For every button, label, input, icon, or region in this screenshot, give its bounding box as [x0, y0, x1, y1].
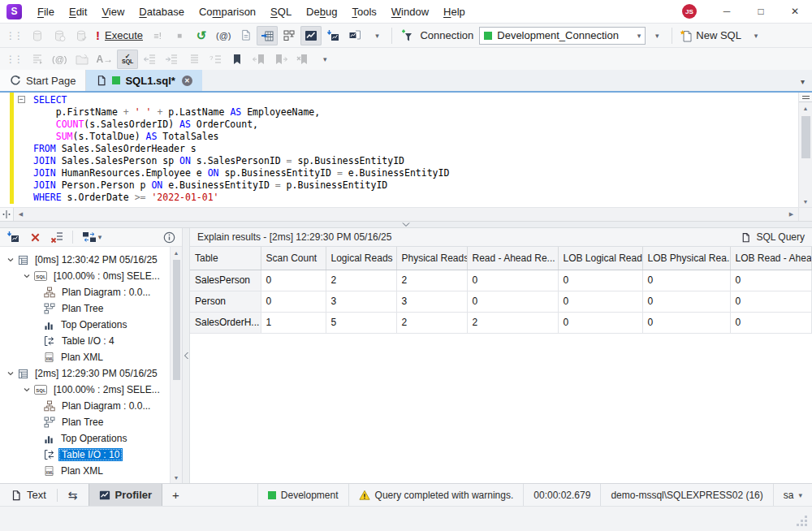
- scroll-down-icon[interactable]: ▼: [799, 196, 812, 207]
- database-edit-button[interactable]: [27, 26, 48, 45]
- info-button[interactable]: [159, 229, 179, 245]
- execute-button[interactable]: !Execute: [93, 26, 146, 45]
- clear-results-button[interactable]: [47, 229, 67, 245]
- expander-icon[interactable]: [23, 272, 31, 280]
- column-header[interactable]: Scan Count: [261, 247, 326, 270]
- tree-item-plan-xml[interactable]: XMLPlan XML: [0, 349, 170, 365]
- tree-scroll-up-icon[interactable]: ▲: [171, 247, 182, 258]
- profiler-query-node[interactable]: SQL[100.00% : 2ms] SELE...: [0, 382, 170, 398]
- grid-cell[interactable]: 0: [467, 270, 558, 291]
- tab-text[interactable]: Text: [0, 484, 57, 506]
- split-editor-handle[interactable]: [799, 93, 812, 102]
- row-header-cell[interactable]: Person: [190, 291, 261, 312]
- grid-cell[interactable]: 3: [396, 291, 467, 312]
- tree-scroll-down-icon[interactable]: ▼: [171, 472, 182, 483]
- format-document-button[interactable]: [27, 50, 48, 69]
- compare-plans-button[interactable]: ▾: [79, 229, 105, 245]
- tree-item-table-io[interactable]: Table I/O : 4: [0, 333, 170, 349]
- column-header[interactable]: LOB Logical Reads: [558, 247, 642, 270]
- grid-cell[interactable]: 0: [642, 312, 730, 333]
- menu-database[interactable]: Database: [132, 2, 192, 22]
- grid-cell[interactable]: 0: [467, 291, 558, 312]
- query-plan-button[interactable]: [279, 26, 300, 45]
- add-result-tab-button[interactable]: +: [162, 488, 189, 502]
- query-profiler-button[interactable]: [300, 26, 322, 45]
- grid-cell[interactable]: 0: [730, 270, 812, 291]
- column-header[interactable]: Logical Reads: [326, 247, 396, 270]
- grid-cell[interactable]: 2: [396, 312, 467, 333]
- code-line[interactable]: JOIN Person.Person p ON e.BusinessEntity…: [33, 179, 798, 192]
- profiler-session-node[interactable]: [0ms] 12:30:42 PM 05/16/25: [0, 252, 170, 268]
- code-line[interactable]: JOIN Sales.SalesPerson sp ON s.SalesPers…: [33, 155, 798, 167]
- menu-view[interactable]: View: [94, 2, 132, 22]
- maximize-button[interactable]: □: [744, 0, 778, 23]
- column-header[interactable]: Physical Reads: [396, 247, 467, 270]
- editor-vertical-scrollbar[interactable]: ▲ ▼: [798, 93, 812, 207]
- tab-profiler[interactable]: Profiler: [89, 484, 163, 506]
- menu-tools[interactable]: Tools: [344, 2, 383, 22]
- scroll-up-icon[interactable]: ▲: [799, 102, 812, 114]
- grid-cell[interactable]: 5: [326, 312, 396, 333]
- vertical-splitter[interactable]: [182, 228, 190, 483]
- execute-options-chevron[interactable]: ▾: [366, 26, 387, 45]
- tab-start-page[interactable]: Start Page: [0, 70, 86, 91]
- tree-scroll-thumb[interactable]: [173, 260, 180, 380]
- grid-cell[interactable]: 0: [261, 291, 326, 312]
- column-header[interactable]: Read - Ahead Re...: [467, 247, 558, 270]
- status-user-dropdown[interactable]: sa ▾: [773, 484, 812, 506]
- resize-grip[interactable]: [797, 516, 808, 527]
- scroll-right-icon[interactable]: ▶: [784, 211, 798, 218]
- clear-bookmarks-button[interactable]: [292, 50, 313, 69]
- grid-cell[interactable]: 0: [261, 270, 326, 291]
- indent-lines-button[interactable]: [183, 50, 204, 69]
- tree-item-plan-tree[interactable]: Plan Tree: [0, 414, 170, 430]
- tree-item-plan-diagram[interactable]: Plan Diagram : 0.0...: [0, 398, 170, 414]
- grid-cell[interactable]: 3: [326, 291, 396, 312]
- tree-item-top-operations[interactable]: Top Operations: [0, 317, 170, 333]
- change-case-button[interactable]: A→: [93, 50, 117, 69]
- user-avatar[interactable]: JS: [682, 4, 697, 19]
- grid-cell[interactable]: 2: [396, 270, 467, 291]
- toolbar2-drag-handle[interactable]: ⋮⋮: [2, 54, 26, 65]
- export-plan-button[interactable]: [344, 26, 365, 45]
- collapse-region-icon[interactable]: −: [18, 96, 25, 103]
- tab-close-icon[interactable]: ✕: [182, 76, 192, 86]
- import-profiling-results-button[interactable]: [322, 26, 343, 45]
- grid-cell[interactable]: 0: [730, 291, 812, 312]
- grid-cell[interactable]: 0: [642, 270, 730, 291]
- grid-cell[interactable]: 0: [730, 312, 812, 333]
- code-line[interactable]: SUM(s.TotalDue) AS TotalSales: [33, 131, 798, 143]
- new-sql-chevron[interactable]: ▾: [745, 26, 767, 45]
- execute-to-grid-button[interactable]: [257, 26, 278, 45]
- document-outline-button[interactable]: [71, 50, 93, 69]
- row-header-cell[interactable]: SalesPerson: [190, 270, 261, 291]
- code-line[interactable]: JOIN HumanResources.Employee e ON sp.Bus…: [33, 167, 798, 179]
- code-line[interactable]: p.FirstName + ' ' + p.LastName AS Employ…: [33, 106, 798, 119]
- vertical-scroll-thumb[interactable]: [801, 116, 810, 158]
- toolbar-drag-handle[interactable]: ⋮⋮: [2, 30, 26, 41]
- comment-lines-button[interactable]: ?: [205, 50, 226, 69]
- execute-script-button[interactable]: ≡!: [147, 26, 168, 45]
- tab-sql1[interactable]: SQL1.sql* ✕: [86, 70, 201, 91]
- previous-bookmark-button[interactable]: [248, 50, 270, 69]
- connection-extra-chevron[interactable]: ▾: [646, 26, 667, 45]
- menu-file[interactable]: File: [30, 2, 62, 22]
- table-row[interactable]: Person0330000: [190, 291, 812, 312]
- column-header[interactable]: LOB Physical Rea...: [642, 247, 730, 270]
- tree-item-plan-xml[interactable]: XMLPlan XML: [0, 463, 170, 479]
- profiler-session-node[interactable]: [2ms] 12:29:30 PM 05/16/25: [0, 365, 170, 382]
- next-bookmark-button[interactable]: [270, 50, 292, 69]
- code-area[interactable]: SELECT p.FirstName + ' ' + p.LastName AS…: [28, 93, 798, 207]
- grid-cell[interactable]: 2: [467, 312, 558, 333]
- import-plan-button[interactable]: [3, 229, 23, 245]
- database-check-button[interactable]: [71, 26, 92, 45]
- grid-cell[interactable]: 1: [261, 312, 326, 333]
- sql-query-source[interactable]: SQL Query: [741, 231, 805, 243]
- validate-sql-button[interactable]: ✓SQL: [117, 50, 138, 69]
- expander-icon[interactable]: [23, 386, 31, 394]
- new-snippet-button[interactable]: [235, 26, 256, 45]
- row-header-cell[interactable]: SalesOrderH...: [190, 312, 261, 333]
- increase-indent-button[interactable]: [161, 50, 182, 69]
- edit-parameters-button[interactable]: (@): [49, 50, 71, 69]
- menu-sql[interactable]: SQL: [263, 2, 299, 22]
